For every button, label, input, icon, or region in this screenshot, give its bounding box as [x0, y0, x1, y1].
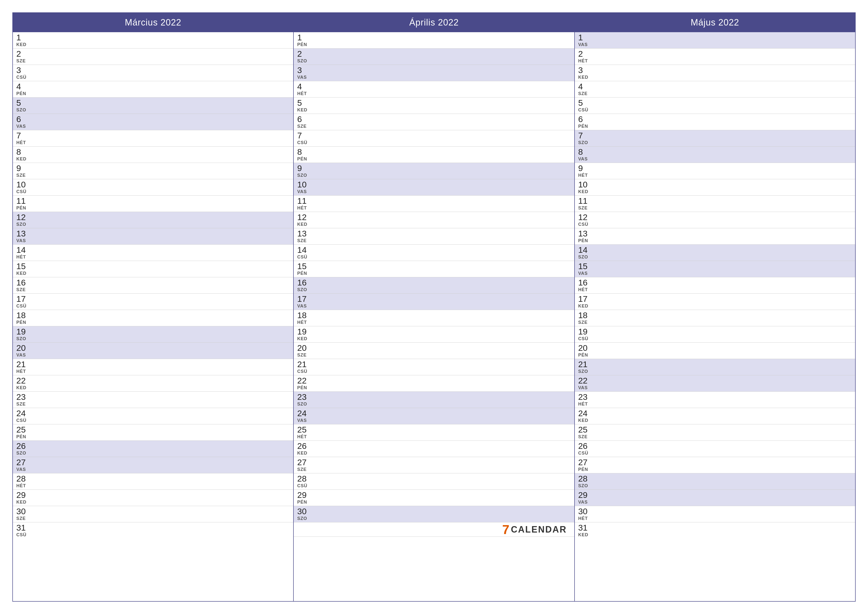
day-number: 12: [297, 213, 312, 221]
day-info: 26SZO: [16, 442, 31, 456]
day-info: 15PÉN: [297, 262, 312, 276]
day-number: 10: [16, 180, 31, 189]
day-number: 1: [16, 33, 31, 42]
day-row: 9SZO: [294, 163, 574, 179]
day-row: 12KED: [294, 212, 574, 228]
day-number: 28: [578, 474, 593, 483]
day-row: 7CSÜ: [294, 130, 574, 146]
day-row: 26CSÜ: [575, 441, 855, 457]
day-number: 5: [297, 98, 312, 107]
day-row: 14SZO: [575, 245, 855, 261]
day-info: 29VAS: [578, 491, 593, 505]
day-info: 8PÉN: [297, 148, 312, 162]
day-row: 6VAS: [13, 114, 293, 130]
day-abbr: KED: [16, 500, 31, 505]
day-info: 28HÉT: [16, 474, 31, 488]
day-abbr: SZE: [578, 320, 593, 325]
day-abbr: SZE: [16, 401, 31, 407]
day-number: 13: [16, 229, 31, 238]
day-info: 3KED: [578, 66, 593, 80]
day-number: 14: [578, 246, 593, 254]
day-row: 5SZO: [13, 98, 293, 114]
day-number: 24: [297, 409, 312, 417]
day-number: 11: [578, 197, 593, 205]
day-abbr: KED: [16, 157, 31, 162]
day-abbr: SZE: [16, 173, 31, 178]
day-abbr: PÉN: [16, 91, 31, 96]
day-number: 18: [578, 311, 593, 319]
day-abbr: PÉN: [297, 42, 312, 47]
day-info: 23SZO: [297, 393, 312, 407]
day-row: 26KED: [294, 441, 574, 457]
day-info: 17CSÜ: [16, 295, 31, 309]
day-row: 16HÉT: [575, 277, 855, 294]
day-number: 22: [297, 376, 312, 385]
day-abbr: CSÜ: [578, 336, 593, 341]
day-abbr: SZE: [297, 124, 312, 129]
day-row: 17KED: [575, 294, 855, 310]
day-abbr: SZO: [578, 255, 593, 260]
day-number: 9: [16, 164, 31, 172]
day-info: 7CSÜ: [297, 131, 312, 145]
day-abbr: KED: [297, 336, 312, 341]
day-row: 4HÉT: [294, 81, 574, 98]
day-abbr: SZO: [297, 516, 312, 521]
day-abbr: KED: [16, 385, 31, 390]
days-list-0: 1KED2SZE3CSÜ4PÉN5SZO6VAS7HÉT8KED9SZE10CS…: [13, 32, 293, 601]
day-abbr: CSÜ: [578, 222, 593, 227]
calendar-grid: Március 20221KED2SZE3CSÜ4PÉN5SZO6VAS7HÉT…: [12, 12, 856, 602]
day-row: 21HÉT: [13, 359, 293, 375]
day-info: 21SZO: [578, 360, 593, 374]
day-number: 12: [16, 213, 31, 221]
day-info: 14CSÜ: [297, 246, 312, 260]
day-info: 24VAS: [297, 409, 312, 423]
day-info: 21CSÜ: [297, 360, 312, 374]
day-row: 13VAS: [13, 228, 293, 245]
day-abbr: SZO: [16, 222, 31, 227]
day-abbr: PÉN: [578, 353, 593, 358]
day-abbr: SZO: [297, 173, 312, 178]
day-info: 11SZE: [578, 197, 593, 211]
day-number: 8: [16, 148, 31, 156]
day-info: 9SZE: [16, 164, 31, 178]
day-info: 31CSÜ: [16, 523, 31, 538]
day-info: 25HÉT: [297, 425, 312, 440]
day-row: 21SZO: [575, 359, 855, 375]
day-info: 2HÉT: [578, 50, 593, 64]
day-abbr: SZE: [578, 205, 593, 211]
day-row: 28SZO: [575, 473, 855, 490]
day-abbr: SZE: [297, 467, 312, 472]
month-col-0: Március 20221KED2SZE3CSÜ4PÉN5SZO6VAS7HÉT…: [13, 13, 294, 601]
day-row: 19SZO: [13, 326, 293, 343]
day-abbr: CSÜ: [16, 418, 31, 423]
day-number: 16: [297, 278, 312, 287]
day-number: 21: [16, 360, 31, 368]
day-row: 22KED: [13, 375, 293, 392]
day-info: 13PÉN: [578, 229, 593, 243]
day-number: 30: [16, 507, 31, 516]
day-info: 5CSÜ: [578, 98, 593, 113]
day-abbr: VAS: [578, 385, 593, 390]
day-info: 17KED: [578, 295, 593, 309]
day-abbr: CSÜ: [578, 107, 593, 113]
day-row: 4SZE: [575, 81, 855, 98]
day-abbr: CSÜ: [16, 189, 31, 194]
day-info: 14HÉT: [16, 246, 31, 260]
day-row: 27PÉN: [575, 457, 855, 473]
day-number: 26: [578, 442, 593, 450]
day-row: 15VAS: [575, 261, 855, 277]
day-info: 22PÉN: [297, 376, 312, 390]
day-number: 5: [16, 98, 31, 107]
day-abbr: HÉT: [578, 58, 593, 64]
day-row: 23HÉT: [575, 392, 855, 408]
day-number: 10: [578, 180, 593, 189]
calendar-page: Március 20221KED2SZE3CSÜ4PÉN5SZO6VAS7HÉT…: [12, 12, 856, 602]
logo-area: 7CALENDAR: [502, 523, 567, 536]
day-abbr: SZO: [16, 107, 31, 113]
day-number: 6: [297, 115, 312, 123]
day-abbr: HÉT: [16, 255, 31, 260]
day-row: 30SZO: [294, 506, 574, 522]
day-info: 27PÉN: [578, 458, 593, 472]
day-abbr: HÉT: [16, 483, 31, 488]
day-row: 6PÉN: [575, 114, 855, 130]
